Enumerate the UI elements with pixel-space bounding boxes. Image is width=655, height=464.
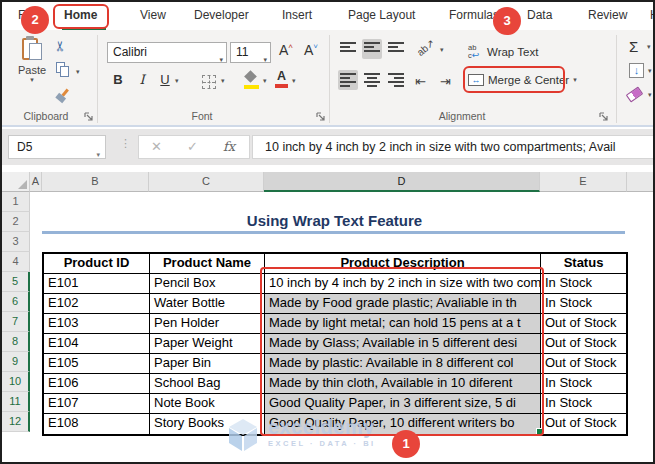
table-cell[interactable]: Out of Stock	[541, 414, 626, 434]
align-right-button[interactable]	[386, 70, 406, 90]
column-header-partial[interactable]	[627, 172, 655, 192]
align-middle-button[interactable]	[362, 39, 382, 59]
tab-help-partial[interactable]: H	[646, 2, 655, 29]
table-cell[interactable]: Made by Glass; Available in 5 different …	[265, 334, 541, 354]
alignment-dialog-launcher[interactable]	[599, 112, 609, 122]
align-top-button[interactable]	[338, 39, 358, 59]
table-header-cell[interactable]: Product ID	[44, 254, 150, 274]
tab-data[interactable]: Data	[523, 2, 556, 29]
row-header-8[interactable]: 8	[2, 332, 30, 352]
decrease-font-size-button[interactable]: A˅	[304, 42, 318, 58]
enter-icon[interactable]: ✓	[187, 139, 198, 154]
clipboard-dialog-launcher[interactable]	[84, 112, 94, 122]
bold-button[interactable]: B	[110, 72, 126, 87]
tab-view[interactable]: View	[136, 2, 170, 29]
tab-home[interactable]: Home	[60, 2, 101, 29]
fill-dropdown-caret[interactable]: ▾	[648, 67, 652, 75]
table-header-cell[interactable]: Status	[541, 254, 626, 274]
italic-button[interactable]: I	[134, 72, 150, 87]
autosum-dropdown-caret[interactable]: ▾	[647, 43, 651, 51]
name-box[interactable]: D5 ▾	[8, 135, 106, 159]
wrap-text-button[interactable]: ab c↩ Wrap Text	[468, 40, 560, 64]
align-left-button[interactable]	[338, 70, 358, 90]
formula-bar-grip[interactable]: ⋮	[120, 137, 131, 150]
align-bottom-button[interactable]	[386, 39, 406, 59]
merge-center-button[interactable]: ↔ Merge & Center ▾	[468, 70, 577, 90]
row-header-4[interactable]: 4	[2, 252, 30, 272]
cancel-icon[interactable]: ✕	[151, 139, 162, 154]
underline-button[interactable]: U	[157, 72, 173, 87]
tab-insert[interactable]: Insert	[278, 2, 316, 29]
clear-dropdown-caret[interactable]: ▾	[648, 91, 652, 99]
copy-icon[interactable]	[56, 62, 70, 77]
column-header-A[interactable]: A	[30, 172, 42, 192]
table-cell[interactable]: In Stock	[541, 294, 626, 314]
fill-handle[interactable]	[536, 428, 543, 435]
table-cell[interactable]: In Stock	[541, 374, 626, 394]
table-cell[interactable]: E108	[44, 414, 150, 434]
table-cell[interactable]: E107	[44, 394, 150, 414]
underline-dropdown-caret[interactable]: ▾	[175, 77, 179, 85]
table-cell[interactable]: E102	[44, 294, 150, 314]
orientation-icon[interactable]: ab↗	[415, 37, 437, 58]
font-color-dropdown-caret[interactable]: ▾	[292, 77, 296, 85]
table-cell[interactable]: E106	[44, 374, 150, 394]
merge-center-dropdown-caret[interactable]: ▾	[573, 76, 577, 84]
row-header-5[interactable]: 5	[2, 272, 30, 292]
orientation-dropdown-caret[interactable]: ▾	[440, 46, 444, 54]
row-header-2[interactable]: 2	[2, 212, 30, 232]
font-dialog-launcher[interactable]	[316, 112, 326, 122]
borders-dropdown-caret[interactable]: ▾	[221, 77, 225, 85]
increase-indent-icon[interactable]: ⇥	[440, 74, 451, 89]
row-header-1[interactable]: 1	[2, 192, 30, 212]
column-header-C[interactable]: C	[149, 172, 264, 192]
table-cell[interactable]: 10 inch by 4 inch by 2 inch in size with…	[265, 274, 541, 294]
table-cell[interactable]: E103	[44, 314, 150, 334]
tab-page-layout[interactable]: Page Layout	[344, 2, 419, 29]
table-cell[interactable]: Pencil Box	[150, 274, 265, 294]
column-header-B[interactable]: B	[42, 172, 149, 192]
fill-color-icon[interactable]	[244, 71, 260, 89]
table-cell[interactable]: Note Book	[150, 394, 265, 414]
insert-function-icon[interactable]: fx	[223, 139, 235, 154]
name-box-caret[interactable]: ▾	[96, 144, 100, 166]
table-cell[interactable]: In Stock	[541, 394, 626, 414]
table-cell[interactable]: Out of Stock	[541, 354, 626, 374]
align-center-button[interactable]	[362, 70, 382, 90]
table-cell[interactable]: E104	[44, 334, 150, 354]
font-color-icon[interactable]: A	[274, 70, 289, 88]
table-cell[interactable]: Pen Holder	[150, 314, 265, 334]
font-name-combo[interactable]: Calibri▾	[107, 42, 227, 63]
clear-eraser-icon[interactable]	[626, 87, 643, 103]
table-cell[interactable]: Out of Stock	[541, 334, 626, 354]
table-cell[interactable]: Paper Bin	[150, 354, 265, 374]
cut-icon[interactable]: ✂	[52, 40, 68, 52]
fill-color-dropdown-caret[interactable]: ▾	[263, 77, 267, 85]
borders-icon[interactable]	[202, 75, 216, 89]
increase-font-size-button[interactable]: A˄	[279, 42, 293, 58]
table-cell[interactable]: Made by thin cloth, Available in 10 dife…	[265, 374, 541, 394]
column-header-D[interactable]: D	[264, 172, 540, 192]
tab-review[interactable]: Review	[584, 2, 631, 29]
table-cell[interactable]: Paper Weight	[150, 334, 265, 354]
row-header-9[interactable]: 9	[2, 352, 30, 372]
table-cell[interactable]: E105	[44, 354, 150, 374]
table-cell[interactable]: Good Quality Paper, in 3 different size,…	[265, 394, 541, 414]
table-cell[interactable]: Made by light metal; can hold 15 pens at…	[265, 314, 541, 334]
formula-input[interactable]: 10 inch by 4 inch by 2 inch in size with…	[252, 135, 655, 159]
row-header-12[interactable]: 12	[2, 412, 30, 432]
paste-button[interactable]: Paste ▾	[12, 36, 52, 108]
row-header-10[interactable]: 10	[2, 372, 30, 392]
copy-dropdown-caret[interactable]: ▾	[76, 68, 80, 76]
table-cell[interactable]: School Bag	[150, 374, 265, 394]
row-header-3[interactable]: 3	[2, 232, 30, 252]
row-header-7[interactable]: 7	[2, 312, 30, 332]
decrease-indent-icon[interactable]: ⇤	[415, 74, 426, 89]
fill-down-icon[interactable]: ↓	[629, 63, 644, 78]
column-header-E[interactable]: E	[540, 172, 627, 192]
paste-dropdown-caret[interactable]: ▾	[12, 76, 52, 84]
row-header-11[interactable]: 11	[2, 392, 30, 412]
tab-developer[interactable]: Developer	[190, 2, 253, 29]
format-painter-icon[interactable]	[52, 85, 73, 106]
table-cell[interactable]: E101	[44, 274, 150, 294]
